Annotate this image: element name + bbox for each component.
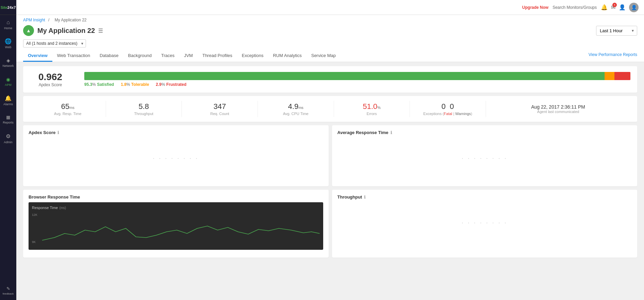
tab-rum-analytics[interactable]: RUM Analytics [268,50,307,62]
stat-exceptions-label: Exceptions (Fatal | Warnings) [413,112,482,116]
topbar-icons: 🔔 ✉ 5 👤 👤 [601,3,639,12]
stat-errors-label: Errors [337,112,406,116]
sidebar-item-label: Web [5,45,11,49]
throughput-chart-dots: · · · · · · · · [337,202,632,243]
avg-resp-info-icon[interactable]: ℹ [390,130,392,135]
apdex-bar [84,72,630,80]
stat-avg-cpu-value: 4.9ms [261,102,330,111]
sidebar-item-admin[interactable]: ⚙ Admin [0,129,16,148]
sidebar-item-label: Alarms [3,102,13,106]
sidebar-item-label: Admin [4,140,13,144]
throughput-info-icon[interactable]: ℹ [364,195,366,200]
stat-last-comm-label: Agent last communicated [489,110,627,114]
throughput-chart-title: Throughput ℹ [337,194,632,200]
app-header: ▲ My Application 22 ☰ Last 1 Hour Last 6… [23,25,637,36]
charts-row-1: Apdex Score ℹ · · · · · · · · Average Re… [23,125,637,186]
legend-satisfied: 95.3% Satisfied [84,82,114,87]
sidebar-item-alarms[interactable]: 🔔 Alarms [0,91,16,110]
stat-req-count-value: 347 [185,102,254,111]
sidebar-item-apm[interactable]: ◉ APM [0,72,16,91]
sidebar-item-label: APM [5,83,12,87]
user-icon[interactable]: 👤 [619,4,626,11]
tolerable-label: Tolerable [131,82,149,87]
admin-icon: ⚙ [6,133,11,139]
time-selector-wrapper: Last 1 Hour Last 6 Hours Last 24 Hours L… [596,26,637,36]
sidebar-item-web[interactable]: 🌐 Web [0,34,16,53]
topbar-right: Upgrade Now Search Monitors/Groups 🔔 ✉ 5… [522,3,639,12]
stat-exceptions: 0 0 Exceptions (Fatal | Warnings) [410,101,486,117]
sidebar-item-network[interactable]: ◈ Network [0,53,16,72]
host-selector: All (1 hosts and 2 instances) ▼ [23,39,637,48]
tab-overview[interactable]: Overview [23,50,52,62]
tab-web-transaction[interactable]: Web Transaction [52,50,95,62]
y-label-9k: 9K [32,240,37,244]
apdex-bar-frustrated [614,72,630,80]
apdex-score-block: 0.962 Apdex Score [30,72,71,87]
logo-text: Site24x7 [1,5,16,10]
stats-panel: 65ms Avg. Resp. Time 5.8 Throughput 347 … [23,96,637,122]
stat-avg-cpu: 4.9ms Avg. CPU Time [258,101,334,117]
breadcrumb-apm[interactable]: APM Insight [23,18,45,22]
avatar[interactable]: 👤 [629,3,639,12]
stat-exceptions-value: 0 0 [413,102,482,111]
panels-container: 0.962 Apdex Score 95.3% Satisfied 1.8% T… [16,62,644,265]
page-content: APM Insight / My Application 22 ▲ My App… [16,15,644,300]
stat-avg-resp-value: 65ms [33,102,102,111]
browser-resp-title: Browser Response Time [29,194,323,200]
view-performance-reports-link[interactable]: View Performance Reports [589,52,637,60]
frustrated-pct: 2.9 [156,82,162,87]
apdex-info-icon[interactable]: ℹ [57,130,59,135]
tab-thread-profiles[interactable]: Thread Profiles [197,50,237,62]
sidebar-item-reports[interactable]: ▦ Reports [0,110,16,129]
sidebar-item-home[interactable]: ⌂ Home [0,15,16,34]
stat-throughput-value: 5.8 [109,102,178,111]
tab-traces[interactable]: Traces [156,50,179,62]
stat-last-comm-value: Aug 22, 2017 2:36:11 PM [489,104,627,110]
host-dropdown[interactable]: All (1 hosts and 2 instances) [23,39,86,48]
charts-row-2: Browser Response Time Response Time (ms)… [23,190,637,258]
sidebar-feedback-label: feedback [3,292,14,295]
browser-chart-unit: (ms) [59,206,66,210]
feedback-icon: ✎ [6,286,10,291]
stat-avg-resp-label: Avg. Resp. Time [33,112,102,116]
browser-resp-chart-card: Browser Response Time Response Time (ms)… [23,190,329,258]
throughput-chart-card: Throughput ℹ · · · · · · · · [332,190,638,258]
nav-tabs: Overview Web Transaction Database Backgr… [23,50,637,62]
tab-service-map[interactable]: Service Map [307,50,341,62]
stat-throughput-label: Throughput [109,112,178,116]
satisfied-label: Satisfied [97,82,114,87]
apdex-score-chart: Apdex Score ℹ · · · · · · · · [23,125,329,186]
time-selector[interactable]: Last 1 Hour Last 6 Hours Last 24 Hours L… [596,26,637,36]
sidebar-item-feedback[interactable]: ✎ feedback [0,281,16,300]
web-icon: 🌐 [5,38,12,44]
topbar: Upgrade Now Search Monitors/Groups 🔔 ✉ 5… [16,0,644,15]
upgrade-link[interactable]: Upgrade Now [522,5,549,10]
tolerable-pct: 1.8 [121,82,126,87]
avg-resp-chart: Average Response Time ℹ · · · · · · · · [332,125,638,186]
apdex-bar-block: 95.3% Satisfied 1.8% Tolerable 2.9% Frus… [84,72,630,87]
notifications-icon[interactable]: 🔔 [601,4,608,11]
browser-response-chart: Response Time (ms) 12K 9K [29,202,323,250]
apdex-chart-dots: · · · · · · · · [29,138,323,179]
search-monitors[interactable]: Search Monitors/Groups [553,5,597,10]
reports-icon: ▦ [6,115,10,120]
stat-req-count: 347 Req. Count [182,101,258,117]
apdex-bar-satisfied [84,72,605,80]
tab-background[interactable]: Background [123,50,156,62]
logo: Site24x7 [0,0,16,15]
stat-last-comm: Aug 22, 2017 2:36:11 PM Agent last commu… [486,103,630,115]
home-icon: ⌂ [6,19,10,25]
app-title: My Application 22 [37,27,95,35]
browser-chart-svg [42,213,320,244]
tab-database[interactable]: Database [95,50,123,62]
avg-resp-chart-dots: · · · · · · · · [337,138,632,179]
tab-jvm[interactable]: JVM [179,50,197,62]
email-icon[interactable]: ✉ 5 [611,4,615,11]
sidebar-item-label: Network [2,64,14,68]
app-menu-icon[interactable]: ☰ [98,27,103,34]
satisfied-pct: 95.3 [84,82,92,87]
stat-req-count-label: Req. Count [185,112,254,116]
sidebar: Site24x7 ⌂ Home 🌐 Web ◈ Network ◉ APM 🔔 … [0,0,16,300]
tab-exceptions[interactable]: Exceptions [237,50,268,62]
stat-avg-cpu-label: Avg. CPU Time [261,112,330,116]
